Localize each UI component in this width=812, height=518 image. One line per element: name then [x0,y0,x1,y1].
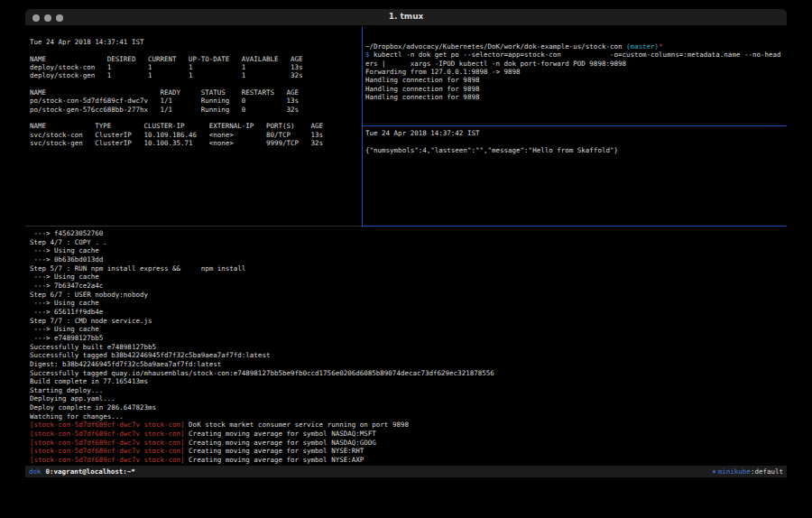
terminal-line [30,80,360,88]
window-titlebar[interactable]: 1. tmux [25,9,787,26]
terminal-line: Successfully built e74898127bb5 [30,343,784,352]
terminal-line: [stock-con-5d7df689cf-dwc7v stock-con] C… [30,447,784,456]
terminal-line: Tue 24 Apr 2018 14:37:42 IST [365,129,786,137]
pane-kubectl-watch[interactable]: Tue 24 Apr 2018 14:37:41 IST NAME DESIRE… [30,38,360,226]
terminal-line: deploy/stock-gen 1 1 1 1 32s [30,71,360,79]
terminal-line: Watching for changes... [30,412,784,421]
terminal-line: Handling connection for 9898 [365,85,786,93]
terminal-line: ~/Dropbox/advocacy/Kubernetes/DoK/work/d… [365,42,786,51]
terminal-line: deploy/stock-con 1 1 1 1 13s [30,63,360,71]
terminal-line: Digest: b38b42246945fd7f32c5ba9aea7af7fd… [30,360,784,369]
terminal-line: svc/stock-con ClusterIP 10.109.186.46 <n… [30,131,360,139]
terminal-line: Successfully tagged quay.io/mhausenblas/… [30,369,784,378]
terminal-line: [stock-con-5d7df689cf-dwc7v stock-con] C… [30,456,784,465]
terminal-line: NAME READY STATUS RESTARTS AGE [30,88,360,97]
terminal-line: Tue 24 Apr 2018 14:37:41 IST [30,38,360,46]
terminal-line: Handling connection for 9898 [365,93,786,101]
kube-context-name: minikube [718,466,751,477]
terminal-line: ---> 65611ff9db4e [30,308,784,317]
window-title: 1. tmux [25,12,787,21]
terminal-line: NAME TYPE CLUSTER-IP EXTERNAL-IP PORT(S)… [30,122,360,130]
terminal-line: NAME DESIRED CURRENT UP-TO-DATE AVAILABL… [30,55,360,63]
pane-border-horizontal-right-active[interactable] [362,226,787,227]
terminal-line: [stock-con-5d7df689cf-dwc7v stock-con] C… [30,439,784,448]
terminal-line: Deploy complete in 286.647823ms [30,403,784,412]
terminal-line [30,114,360,122]
terminal-line: po/stock-gen-576cc688bb-277hx 1/1 Runnin… [30,106,360,114]
terminal-line: ---> Using cache [30,325,784,334]
pane-port-forward-shell[interactable]: ~/Dropbox/advocacy/Kubernetes/DoK/work/d… [365,42,786,125]
terminal-line: {"numsymbols":4,"lastseen":"","message":… [365,146,786,154]
pane-border-horizontal-right[interactable] [363,125,787,126]
kube-namespace: :default [751,466,783,477]
terminal-line: Build complete in 77.165413ms [30,377,784,386]
pane-border-vertical[interactable] [362,27,363,227]
terminal-line [365,137,786,145]
tmux-session-name: dok [29,466,42,477]
terminal-line: Step 5/7 : RUN npm install express && np… [30,264,784,273]
terminal-line: Step 7/7 : CMD node service.js [30,317,784,326]
terminal-line: Step 4/7 : COPY . . [30,238,784,247]
terminal-line: Step 6/7 : USER nobody:nobody [30,291,784,300]
kubernetes-helm-icon: ⎈ [712,466,716,477]
tmux-status-bar: dok 0:vagrant@localhost:~* ⎈ minikube :d… [25,466,787,477]
terminal-line: Successfully tagged b38b42246945fd7f32c5… [30,351,784,360]
terminal-line: ---> Using cache [30,246,784,255]
terminal-line: ---> 7b6347ce2a4c [30,282,784,291]
terminal-line: [stock-con-5d7df689cf-dwc7v stock-con] C… [30,430,784,439]
terminal-line: Starting deploy... [30,386,784,395]
terminal-line: ---> 0b636bd013dd [30,255,784,264]
tmux-window-tab[interactable]: 0:vagrant@localhost:~* [46,466,135,477]
terminal-line: ---> Using cache [30,299,784,308]
terminal-line: ---> f45623052760 [30,229,784,238]
terminal-line [30,46,360,54]
terminal-line: ---> e74898127bb5 [30,334,784,343]
terminal-line: po/stock-con-5d7df689cf-dwc7v 1/1 Runnin… [30,97,360,105]
terminal-window: 1. tmux Tue 24 Apr 2018 14:37:41 IST NAM… [25,9,787,493]
pane-curl-output[interactable]: Tue 24 Apr 2018 14:37:42 IST {"numsymbol… [365,129,786,225]
terminal-line: ---> Using cache [30,273,784,282]
terminal-line: Handling connection for 9898 [365,76,786,84]
terminal-line: svc/stock-gen ClusterIP 10.100.35.71 <no… [30,139,360,147]
terminal-line: $ kubectl -n dok get po --selector=app=s… [365,51,786,59]
pane-skaffold-log[interactable]: ---> f45623052760Step 4/7 : COPY . . ---… [30,229,784,466]
terminal-line: Deploying app.yaml... [30,394,784,403]
terminal-line: ers | xargs -IPOD kubectl -n dok port-fo… [365,60,786,68]
terminal-line: [stock-con-5d7df689cf-dwc7v stock-con] D… [30,421,784,430]
terminal-line: Forwarding from 127.0.0.1:9898 -> 9898 [365,68,786,76]
desktop-background: 1. tmux Tue 24 Apr 2018 14:37:41 IST NAM… [0,0,812,518]
pane-border-horizontal-left-inactive[interactable] [25,226,362,227]
